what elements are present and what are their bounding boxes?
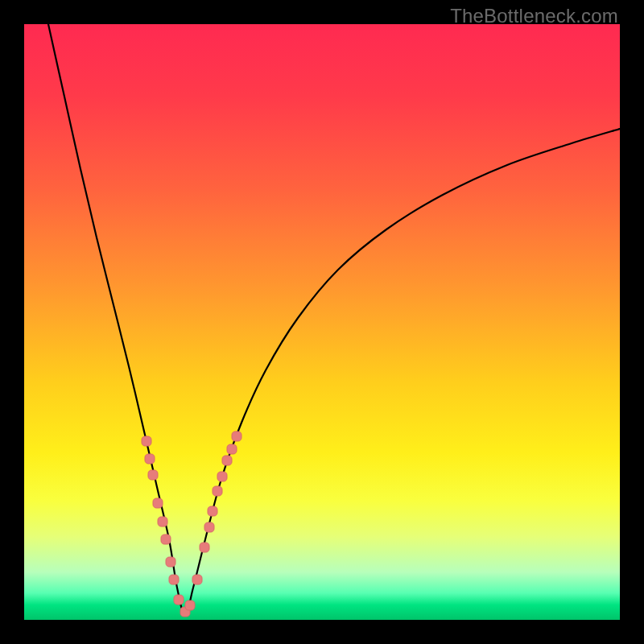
highlight-marker bbox=[158, 517, 167, 526]
outer-frame: TheBottleneck.com bbox=[0, 0, 644, 644]
highlight-marker bbox=[145, 454, 155, 464]
highlight-marker bbox=[204, 522, 214, 532]
highlight-marker bbox=[222, 456, 232, 465]
highlight-marker bbox=[208, 506, 217, 516]
chart-svg bbox=[24, 24, 620, 620]
highlight-marker bbox=[148, 470, 158, 480]
highlight-marker bbox=[200, 543, 209, 552]
highlight-marker bbox=[153, 498, 163, 508]
highlight-marker bbox=[213, 486, 222, 496]
bottleneck-curve bbox=[48, 24, 620, 616]
highlight-marker bbox=[161, 535, 171, 544]
highlight-marker bbox=[142, 436, 151, 446]
highlight-marker bbox=[169, 575, 179, 584]
highlight-marker bbox=[232, 431, 242, 441]
plot-area bbox=[24, 24, 620, 620]
highlight-marker bbox=[192, 575, 202, 584]
highlight-marker bbox=[227, 444, 237, 454]
highlight-marker bbox=[174, 595, 184, 605]
highlight-marker bbox=[166, 557, 175, 567]
highlight-marker bbox=[185, 601, 195, 610]
highlight-markers bbox=[142, 431, 242, 617]
highlight-marker bbox=[217, 472, 227, 481]
